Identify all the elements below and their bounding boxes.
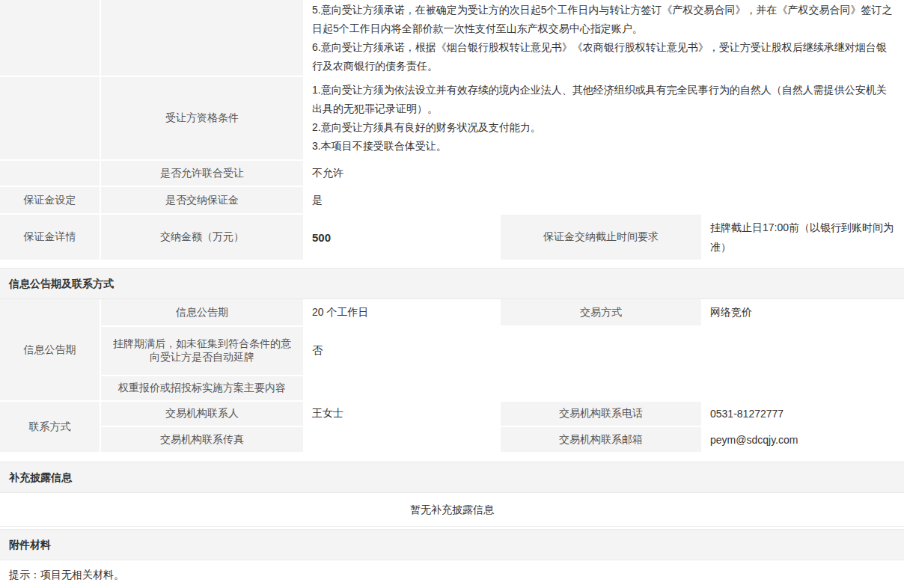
value-cell-joint-transfer: 不允许: [303, 161, 904, 187]
group-cell-empty: [0, 161, 101, 187]
value-cell-deposit-amount: 500: [303, 215, 501, 261]
attachments-note: 提示：项目无相关材料。: [0, 560, 904, 588]
value-cell-deposit-deadline: 挂牌截止日17:00前（以银行到账时间为准）: [701, 215, 904, 261]
qualification-item-3: 3.本项目不接受联合体受让。: [312, 137, 894, 156]
announcement-contact-table: 信息公告期 信息公告期 20 个工作日 交易方式 网络竞价 挂牌期满后，如未征集…: [0, 299, 904, 453]
qualification-item-2: 2.意向受让方须具有良好的财务状况及支付能力。: [312, 118, 894, 137]
value-cell-qualification: 1.意向受让方须为依法设立并有效存续的境内企业法人、其他经济组织或具有完全民事行…: [303, 77, 904, 161]
value-cell-deposit-required: 是: [303, 187, 904, 215]
value-cell-contact-fax: [303, 427, 501, 453]
label-cell-qualification: 受让方资格条件: [101, 77, 303, 161]
table-row-deposit-detail: 保证金详情 交纳金额（万元） 500 保证金交纳截止时间要求 挂牌截止日17:0…: [0, 215, 904, 261]
value-cell-contact-phone: 0531-81272777: [701, 402, 904, 427]
commitment-item-6: 6.意向受让方须承诺，根据《烟台银行股权转让意见书》《农商银行股权转让意见书》，…: [312, 38, 894, 76]
table-row-auto-extend: 挂牌期满后，如未征集到符合条件的意向受让方是否自动延牌 否: [0, 327, 904, 376]
table-row-joint-transfer: 是否允许联合受让 不允许: [0, 161, 904, 187]
label-cell-contact-fax: 交易机构联系传真: [101, 427, 303, 453]
group-cell-announcement-period: 信息公告期: [0, 299, 101, 402]
label-cell-deposit-required: 是否交纳保证金: [101, 187, 303, 215]
section-title-announcement: 信息公告期及联系方式: [0, 269, 904, 299]
group-cell-contact: 联系方式: [0, 402, 101, 453]
table-row-contact-fax: 交易机构联系传真 交易机构联系邮箱 peym@sdcqjy.com: [0, 427, 904, 453]
label-cell-auto-extend: 挂牌期满后，如未征集到符合条件的意向受让方是否自动延牌: [101, 327, 303, 376]
value-cell-contact-email: peym@sdcqjy.com: [701, 427, 904, 453]
label-cell-contact-person: 交易机构联系人: [101, 402, 303, 427]
label-cell-deposit-amount: 交纳金额（万元）: [101, 215, 303, 261]
deposit-deadline-value: 挂牌截止日17:00前（以银行到账时间为准）: [710, 215, 894, 260]
commitment-item-5: 5.意向受让方须承诺，在被确定为受让方的次日起5个工作日内与转让方签订《产权交易…: [312, 1, 894, 38]
value-cell-trade-method: 网络竞价: [701, 299, 904, 327]
qualification-item-1: 1.意向受让方须为依法设立并有效存续的境内企业法人、其他经济组织或具有完全民事行…: [312, 81, 894, 118]
section-announcement-and-contact: 信息公告期及联系方式 信息公告期 信息公告期 20 个工作日 交易方式 网络竞价…: [0, 268, 904, 453]
table-row-weighted-quote: 权重报价或招投标实施方案主要内容: [0, 376, 904, 402]
label-cell-joint-transfer: 是否允许联合受让: [101, 161, 303, 187]
table-row-qualification: 受让方资格条件 1.意向受让方须为依法设立并有效存续的境内企业法人、其他经济组织…: [0, 77, 904, 161]
label-cell-empty: [101, 0, 303, 77]
value-cell-auto-extend: 否: [303, 327, 904, 376]
group-cell-deposit-setting: 保证金设定: [0, 187, 101, 215]
supplementary-empty-text: 暂无补充披露信息: [0, 493, 904, 527]
table-row-commitments-continued: 5.意向受让方须承诺，在被确定为受让方的次日起5个工作日内与转让方签订《产权交易…: [0, 0, 904, 77]
label-cell-trade-method: 交易方式: [501, 299, 701, 327]
value-cell-weighted-quote: [303, 376, 904, 402]
label-cell-period: 信息公告期: [101, 299, 303, 327]
value-cell-commitments: 5.意向受让方须承诺，在被确定为受让方的次日起5个工作日内与转让方签订《产权交易…: [303, 0, 904, 77]
table-row-announcement-period: 信息公告期 信息公告期 20 个工作日 交易方式 网络竞价: [0, 299, 904, 327]
table-row-contact-person: 联系方式 交易机构联系人 王女士 交易机构联系电话 0531-81272777: [0, 402, 904, 427]
transferee-conditions-table: 5.意向受让方须承诺，在被确定为受让方的次日起5个工作日内与转让方签订《产权交易…: [0, 0, 904, 261]
label-cell-contact-phone: 交易机构联系电话: [501, 402, 701, 427]
label-cell-deposit-deadline: 保证金交纳截止时间要求: [501, 215, 701, 261]
deposit-amount-value: 500: [312, 231, 331, 244]
value-cell-period: 20 个工作日: [303, 299, 501, 327]
table-row-deposit-setting: 保证金设定 是否交纳保证金 是: [0, 187, 904, 215]
section-attachments: 附件材料 提示：项目无相关材料。: [0, 529, 904, 588]
label-cell-contact-email: 交易机构联系邮箱: [501, 427, 701, 453]
group-cell-deposit-detail: 保证金详情: [0, 215, 101, 261]
value-cell-contact-person: 王女士: [303, 402, 501, 427]
group-cell-empty: [0, 0, 101, 77]
group-cell-empty: [0, 77, 101, 161]
section-title-supplementary: 补充披露信息: [0, 462, 904, 493]
section-title-attachments: 附件材料: [0, 530, 904, 560]
section-supplementary-disclosure: 补充披露信息 暂无补充披露信息: [0, 462, 904, 527]
label-cell-weighted-quote: 权重报价或招投标实施方案主要内容: [101, 376, 303, 402]
